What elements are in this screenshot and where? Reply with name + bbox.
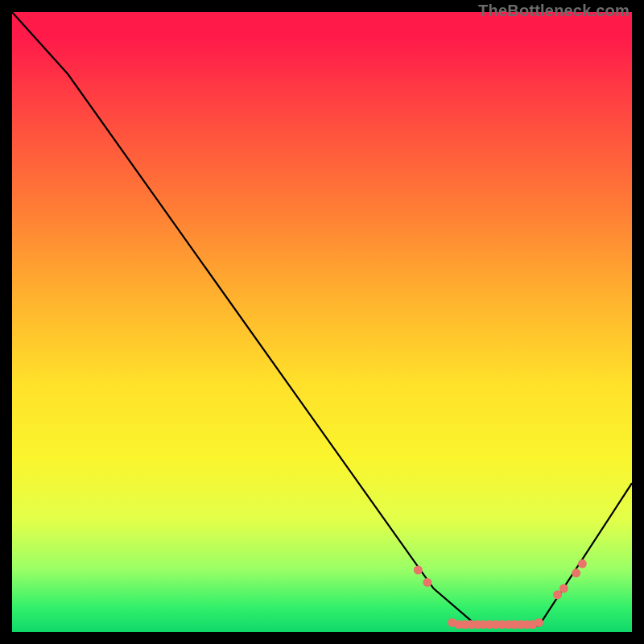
curve-layer [12,12,632,625]
bottleneck-curve [12,12,632,625]
marker-dot [578,559,587,568]
marker-dot [572,568,580,577]
watermark-text: TheBottleneck.com [478,2,630,20]
chart-frame: TheBottleneck.com [0,0,644,644]
chart-svg [12,12,632,632]
marker-dot [535,618,543,627]
marker-dot [423,578,431,587]
marker-dot [559,584,568,593]
marker-dot [414,566,423,575]
plot-area [12,12,632,632]
